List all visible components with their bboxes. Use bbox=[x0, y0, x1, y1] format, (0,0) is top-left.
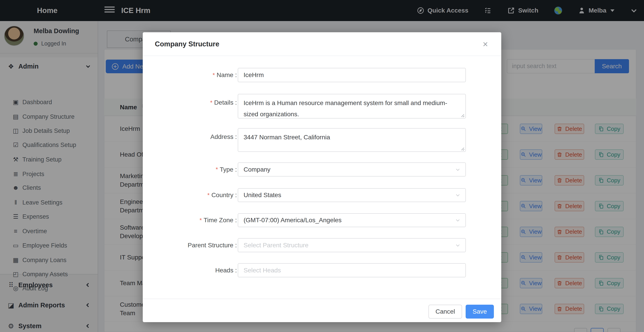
field-row-name: * Name : bbox=[143, 68, 501, 82]
parent-structure-select[interactable]: Select Parent Structure bbox=[238, 238, 466, 252]
type-select[interactable]: Company bbox=[238, 162, 466, 176]
field-row-type: * Type : Company bbox=[143, 162, 501, 176]
details-field-label: * Details : bbox=[152, 97, 237, 108]
country-field-label: * Country : bbox=[152, 188, 237, 202]
chevron-down-icon bbox=[455, 218, 460, 223]
field-row-timezone: * Time Zone : (GMT-07:00) America/Los_An… bbox=[143, 213, 501, 227]
chevron-down-icon bbox=[455, 167, 460, 172]
timezone-field-label: * Time Zone : bbox=[152, 213, 237, 227]
company-structure-modal: Company Structure × * Name : * Details :… bbox=[143, 32, 501, 322]
field-row-heads: Heads : bbox=[143, 263, 501, 277]
heads-field-label: Heads : bbox=[152, 263, 237, 277]
resize-grip-icon[interactable] bbox=[461, 114, 464, 117]
parent-structure-field-label: Parent Structure : bbox=[152, 238, 237, 252]
save-button[interactable]: Save bbox=[466, 305, 494, 318]
country-select[interactable]: United States bbox=[238, 188, 466, 202]
address-field[interactable]: 3447 Norman Street, California bbox=[238, 128, 466, 152]
resize-grip-icon[interactable] bbox=[461, 147, 464, 150]
screen: Home ICE Hrm Quick Access Switch bbox=[0, 0, 644, 332]
cancel-button[interactable]: Cancel bbox=[428, 305, 462, 318]
field-row-details: * Details : IceHrm is a Human resource m… bbox=[143, 94, 501, 118]
modal-header: Company Structure × bbox=[143, 32, 501, 56]
chevron-down-icon bbox=[455, 192, 460, 198]
details-field[interactable]: IceHrm is a Human resource management sy… bbox=[238, 94, 466, 118]
field-row-address: Address : 3447 Norman Street, California bbox=[143, 128, 501, 152]
field-row-parent-structure: Parent Structure : Select Parent Structu… bbox=[143, 238, 501, 252]
heads-field[interactable] bbox=[238, 263, 466, 277]
modal-footer: Cancel Save bbox=[143, 298, 501, 322]
chevron-down-icon bbox=[455, 242, 460, 248]
name-field-label: * Name : bbox=[152, 68, 237, 82]
name-field[interactable] bbox=[238, 68, 466, 82]
field-row-country: * Country : United States bbox=[143, 188, 501, 202]
modal-title: Company Structure bbox=[155, 32, 219, 56]
address-field-label: Address : bbox=[152, 131, 237, 142]
type-field-label: * Type : bbox=[152, 162, 237, 176]
timezone-select[interactable]: (GMT-07:00) America/Los_Angeles bbox=[238, 213, 466, 227]
close-icon[interactable]: × bbox=[480, 38, 491, 50]
